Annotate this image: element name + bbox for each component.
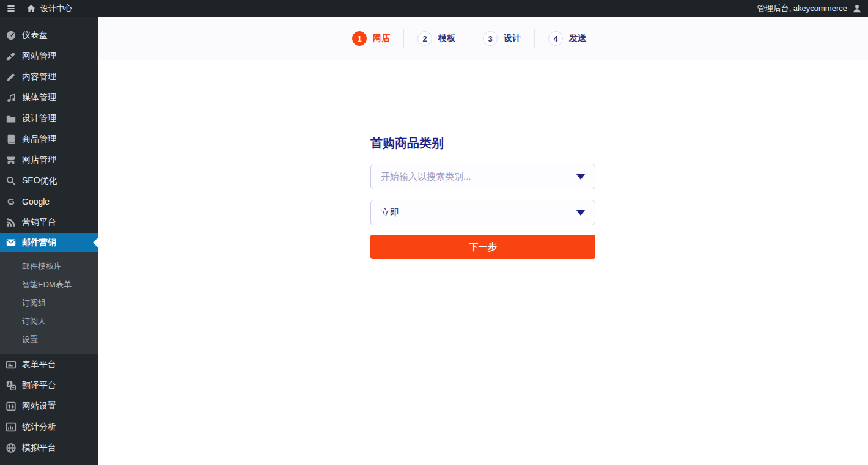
step-label: 发送 <box>569 33 586 44</box>
submenu-item-settings[interactable]: 设置 <box>0 331 98 349</box>
sidebar-item-label: 营销平台 <box>22 217 56 228</box>
site-menu[interactable]: 设计中心 <box>26 3 72 14</box>
step-label: 网店 <box>373 33 390 44</box>
pencil-icon <box>6 71 17 82</box>
send-time-select-value: 立即 <box>381 207 399 219</box>
submenu-item-subscribers[interactable]: 订阅人 <box>0 312 98 331</box>
sidebar-item-translation[interactable]: 翻译平台 <box>0 375 98 396</box>
book-icon <box>6 134 17 145</box>
main-area: 1 网店 2 模板 3 设计 4 发送 首购商品类别 <box>98 17 868 465</box>
sidebar-item-analytics[interactable]: 统计分析 <box>0 417 98 438</box>
sidebar-item-label: 设计管理 <box>22 113 56 124</box>
store-icon <box>6 155 17 166</box>
sidebar-item-design[interactable]: 设计管理 <box>0 108 98 129</box>
sidebar-item-dashboard[interactable]: 仪表盘 <box>0 25 98 46</box>
chevron-down-icon <box>576 174 585 180</box>
sidebar-item-shop[interactable]: 网店管理 <box>0 150 98 170</box>
sidebar-item-label: 翻译平台 <box>22 380 56 391</box>
sidebar: 仪表盘 网站管理 内容管理 媒体管理 设计管理 <box>0 17 98 465</box>
page-title: 首购商品类别 <box>370 135 595 152</box>
submenu-item-smart-edm-forms[interactable]: 智能EDM表单 <box>0 276 98 294</box>
sidebar-item-label: Google <box>22 197 50 207</box>
sidebar-item-label: 网站设置 <box>22 401 56 412</box>
globe-icon <box>6 442 17 453</box>
step-number-badge: 3 <box>483 31 498 46</box>
sidebar-item-media[interactable]: 媒体管理 <box>0 87 98 108</box>
sidebar-item-label: 网站管理 <box>22 51 56 62</box>
sidebar-item-label: 模拟平台 <box>22 442 56 453</box>
sliders-icon <box>6 401 17 412</box>
sidebar-item-label: 内容管理 <box>22 71 56 82</box>
sidebar-item-label: 商品管理 <box>22 134 56 145</box>
google-g-icon: G <box>6 196 17 207</box>
admin-bar: 设计中心 管理后台, akeycommerce <box>0 0 868 17</box>
sidebar-item-website[interactable]: 网站管理 <box>0 46 98 67</box>
next-step-button[interactable]: 下一步 <box>370 235 595 259</box>
rss-icon <box>6 217 17 228</box>
category-select-placeholder: 开始输入以搜索类别... <box>381 171 471 183</box>
sidebar-item-simulation[interactable]: 模拟平台 <box>0 438 98 458</box>
sidebar-item-label: 表单平台 <box>22 359 56 370</box>
step-divider <box>469 29 469 48</box>
folder-icon <box>6 113 17 124</box>
account-menu[interactable]: 管理后台, akeycommerce <box>757 3 868 14</box>
send-time-select[interactable]: 立即 <box>370 200 595 225</box>
user-icon <box>852 4 862 13</box>
step-template[interactable]: 2 模板 <box>417 31 455 46</box>
svg-text:G: G <box>7 196 15 207</box>
submenu-item-email-templates[interactable]: 邮件模板库 <box>0 257 98 276</box>
step-divider <box>600 29 600 48</box>
site-menu-label: 设计中心 <box>40 3 72 14</box>
search-icon <box>6 175 17 186</box>
email-marketing-submenu: 邮件模板库 智能EDM表单 订阅组 订阅人 设置 <box>0 252 98 354</box>
brush-icon <box>6 51 17 62</box>
sidebar-item-label: 仪表盘 <box>22 30 48 41</box>
sidebar-item-content[interactable]: 内容管理 <box>0 67 98 87</box>
step-label: 设计 <box>504 33 521 44</box>
wizard-content: 首购商品类别 开始输入以搜索类别... 立即 下一步 <box>98 60 868 465</box>
step-send[interactable]: 4 发送 <box>548 31 586 46</box>
envelope-icon <box>6 237 17 248</box>
sidebar-item-products[interactable]: 商品管理 <box>0 129 98 150</box>
submenu-item-subscription-groups[interactable]: 订阅组 <box>0 294 98 312</box>
step-label: 模板 <box>438 33 455 44</box>
step-shop[interactable]: 1 网店 <box>352 31 390 46</box>
sidebar-item-label: SEO优化 <box>22 175 57 186</box>
step-divider <box>403 29 404 48</box>
translate-icon <box>6 380 17 391</box>
form-icon <box>6 359 17 370</box>
home-icon <box>26 4 36 13</box>
dashboard-icon <box>6 30 17 41</box>
sidebar-item-label: 网店管理 <box>22 155 56 166</box>
step-design[interactable]: 3 设计 <box>483 31 521 46</box>
sidebar-item-email-marketing[interactable]: 邮件营销 <box>0 233 98 252</box>
media-note-icon <box>6 92 17 103</box>
wizard-stepper: 1 网店 2 模板 3 设计 4 发送 <box>98 17 868 60</box>
step-number-badge: 2 <box>417 31 432 46</box>
sidebar-item-seo[interactable]: SEO优化 <box>0 170 98 191</box>
sidebar-item-site-settings[interactable]: 网站设置 <box>0 396 98 417</box>
chart-icon <box>6 422 17 433</box>
step-divider <box>534 29 535 48</box>
sidebar-item-marketing[interactable]: 营销平台 <box>0 212 98 233</box>
category-select[interactable]: 开始输入以搜索类别... <box>370 164 595 189</box>
hamburger-menu-icon[interactable] <box>6 4 16 13</box>
chevron-down-icon <box>576 210 585 216</box>
sidebar-item-label: 媒体管理 <box>22 92 56 103</box>
step-number-badge: 4 <box>548 31 563 46</box>
sidebar-item-forms[interactable]: 表单平台 <box>0 354 98 375</box>
sidebar-item-google[interactable]: G Google <box>0 191 98 212</box>
step-number-badge: 1 <box>352 31 367 46</box>
account-label: 管理后台, akeycommerce <box>757 3 847 14</box>
sidebar-item-label: 统计分析 <box>22 422 56 433</box>
sidebar-item-label: 邮件营销 <box>22 237 56 248</box>
